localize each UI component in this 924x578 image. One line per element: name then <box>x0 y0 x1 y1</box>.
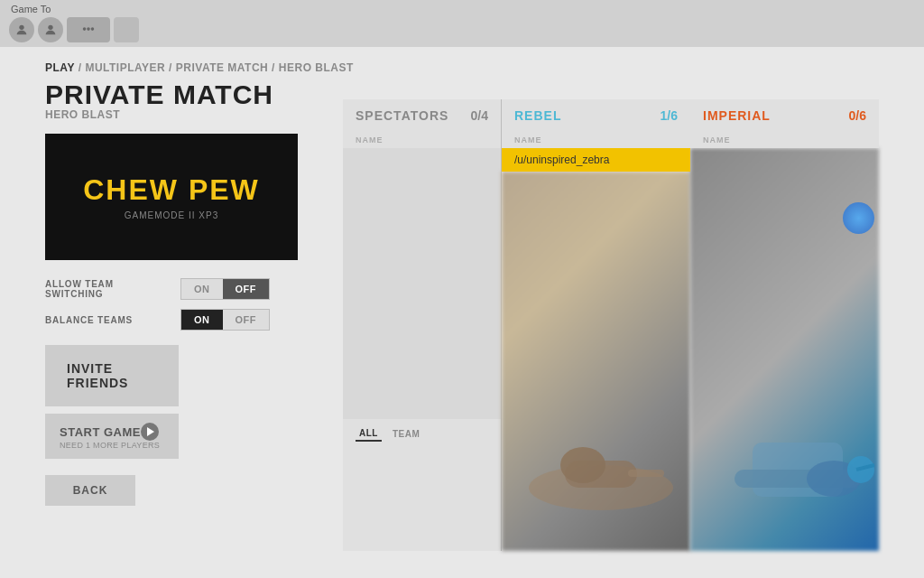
spectators-column: SPECTATORS 0/4 NAME ALL TEAM <box>343 99 501 551</box>
breadcrumb-sep3: / <box>268 61 279 74</box>
imperial-light <box>843 202 874 234</box>
imperial-header: IMPERIAL 0/6 <box>690 99 879 132</box>
svg-point-2 <box>83 27 87 31</box>
avatar-placeholder <box>114 17 139 42</box>
svg-point-1 <box>48 25 52 30</box>
balance-teams-label: BALANCE TEAMS <box>45 315 171 325</box>
rebel-count: 1/6 <box>661 108 678 123</box>
rebel-label: REBEL <box>514 108 561 123</box>
start-game-sublabel: NEED 1 MORE PLAYERS <box>60 441 160 450</box>
imperial-col-label: NAME <box>690 132 879 148</box>
imperial-image-area <box>690 148 879 551</box>
spectators-count: 0/4 <box>471 108 488 123</box>
imperial-header-area: IMPERIAL 0/6 NAME <box>690 99 879 148</box>
breadcrumb-sep1: / <box>75 61 86 74</box>
spectators-label: SPECTATORS <box>356 108 448 123</box>
right-panel: SPECTATORS 0/4 NAME ALL TEAM REBEL 1/6 N… <box>343 99 879 551</box>
invite-friends-button[interactable]: INVITE FRIENDS <box>45 345 179 406</box>
balance-teams-row: BALANCE TEAMS ON OFF <box>45 309 325 331</box>
breadcrumb-private-match[interactable]: PRIVATE MATCH <box>176 61 269 74</box>
breadcrumb-multiplayer[interactable]: MULTIPLAYER <box>85 61 165 74</box>
rebel-column: REBEL 1/6 NAME /u/uninspired_zebra <box>501 99 690 551</box>
start-game-button[interactable]: START GAME NEED 1 MORE PLAYERS <box>45 414 179 459</box>
svg-rect-8 <box>628 470 664 477</box>
avatar-group-icon[interactable] <box>67 17 110 42</box>
svg-point-0 <box>19 25 23 30</box>
play-icon <box>141 423 159 441</box>
start-game-label: START GAME <box>60 425 141 439</box>
imperial-count: 0/6 <box>849 108 866 123</box>
team-switching-on[interactable]: ON <box>181 279 223 299</box>
avatar-friend1[interactable] <box>38 17 63 42</box>
match-title: PRIVATE MATCH <box>45 81 325 108</box>
svg-point-3 <box>87 27 90 31</box>
breadcrumb-play[interactable]: PLAY <box>45 61 75 74</box>
svg-point-7 <box>560 447 605 483</box>
tab-team[interactable]: TEAM <box>389 426 423 442</box>
game-card: CHEW PEW GAMEMODE II XP3 <box>45 134 298 260</box>
rebel-player1: /u/uninspired_zebra <box>502 148 690 172</box>
team-switching-row: ALLOW TEAM SWITCHING ON OFF <box>45 278 325 300</box>
spectators-col-label: NAME <box>343 132 501 148</box>
team-switching-off[interactable]: OFF <box>223 279 270 299</box>
game-card-subtitle: GAMEMODE II XP3 <box>125 210 218 220</box>
avatar-self[interactable] <box>9 17 34 42</box>
balance-teams-off[interactable]: OFF <box>223 310 270 330</box>
rebel-header: REBEL 1/6 <box>502 99 690 132</box>
team-switching-label: ALLOW TEAM SWITCHING <box>45 279 171 299</box>
spectators-tabs: ALL TEAM <box>343 419 501 449</box>
match-subtitle: HERO BLAST <box>45 108 325 121</box>
game-card-title: CHEW PEW <box>83 173 260 207</box>
action-buttons: INVITE FRIENDS START GAME NEED 1 MORE PL… <box>45 345 325 459</box>
balance-teams-toggle[interactable]: ON OFF <box>180 309 270 331</box>
team-switching-toggle[interactable]: ON OFF <box>180 278 270 300</box>
rebel-speeder-icon <box>511 415 691 524</box>
top-bar: Game To <box>0 0 924 47</box>
tab-all[interactable]: ALL <box>356 426 382 442</box>
rebel-image-area <box>502 172 690 551</box>
breadcrumb-sep2: / <box>165 61 176 74</box>
back-button[interactable]: BACK <box>45 475 135 506</box>
imperial-label: IMPERIAL <box>703 108 771 123</box>
rebel-col-label: NAME <box>502 132 690 148</box>
spectators-body <box>343 148 501 419</box>
imperial-column: IMPERIAL 0/6 NAME <box>690 99 879 551</box>
imperial-vehicle-icon <box>680 406 879 533</box>
app-title: Game To <box>11 4 51 14</box>
breadcrumb-hero-blast[interactable]: HERO BLAST <box>279 61 354 74</box>
left-panel: PRIVATE MATCH HERO BLAST CHEW PEW GAMEMO… <box>45 81 325 551</box>
balance-teams-on[interactable]: ON <box>181 310 223 330</box>
spectators-header: SPECTATORS 0/4 <box>343 99 501 132</box>
svg-point-4 <box>91 27 95 31</box>
start-game-row: START GAME <box>60 423 159 441</box>
rebel-header-area: REBEL 1/6 NAME /u/uninspired_zebra <box>502 99 690 172</box>
main-content: PRIVATE MATCH HERO BLAST CHEW PEW GAMEMO… <box>0 81 924 551</box>
